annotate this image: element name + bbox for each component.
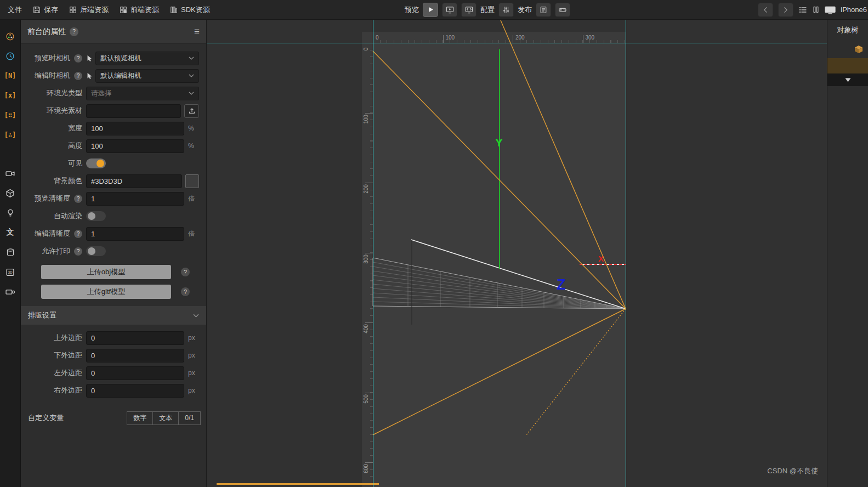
help-icon[interactable]: ? xyxy=(74,54,82,63)
light-button[interactable] xyxy=(0,203,21,223)
config-sliders-button[interactable] xyxy=(498,3,514,17)
cylinder-button[interactable] xyxy=(0,242,21,262)
field-label: 背景颜色 xyxy=(54,176,82,186)
guide-line-vertical-right[interactable] xyxy=(626,20,626,487)
scene-3d-button[interactable] xyxy=(0,183,21,203)
preview-clarity-input[interactable] xyxy=(86,192,184,206)
save-icon xyxy=(33,6,41,14)
field-margin-right: 右外边距 px xyxy=(21,382,206,399)
guide-line-vertical-left[interactable] xyxy=(373,20,373,487)
help-icon[interactable]: ? xyxy=(74,72,82,80)
menu-file[interactable]: 文件 xyxy=(2,0,27,20)
menu-file-label: 文件 xyxy=(8,5,22,15)
hamburger-menu-icon[interactable]: ≡ xyxy=(194,26,200,37)
back-button[interactable] xyxy=(758,3,773,17)
backend-assets-button[interactable]: 后端资源 xyxy=(64,0,114,20)
margin-bottom-input[interactable] xyxy=(86,349,184,363)
toggle-knob xyxy=(97,160,104,167)
upload-obj-button[interactable]: 上传obj模型 xyxy=(41,265,171,279)
backend-assets-icon xyxy=(69,6,77,14)
allow-print-toggle[interactable] xyxy=(86,246,106,256)
align-panel-icon[interactable] xyxy=(798,5,807,14)
asset-library-button[interactable] xyxy=(0,26,21,46)
add-text-var-button[interactable]: 文本 xyxy=(152,411,179,425)
help-icon[interactable]: ? xyxy=(70,27,78,36)
margin-top-input[interactable] xyxy=(86,331,184,345)
sdk-assets-label: SDK资源 xyxy=(181,5,210,15)
axis-y-label: Y xyxy=(495,136,503,149)
forward-button[interactable] xyxy=(778,3,793,17)
edit-clarity-input[interactable] xyxy=(86,227,184,241)
help-icon[interactable]: ? xyxy=(181,268,190,276)
help-icon[interactable]: ? xyxy=(74,195,82,203)
margin-right-input[interactable] xyxy=(86,384,184,398)
margin-left-input[interactable] xyxy=(86,366,184,380)
field-label: 右外边距 xyxy=(54,386,82,395)
unit-label: px xyxy=(188,352,199,359)
chevron-down-icon xyxy=(189,74,194,77)
frontend-assets-icon xyxy=(120,6,127,14)
number-variable-button[interactable]: [N] xyxy=(0,66,21,86)
preview-label[interactable]: 预览 xyxy=(405,5,419,15)
unit-label: px xyxy=(188,387,199,394)
screen-cast-icon[interactable] xyxy=(825,5,836,14)
pick-cursor-icon[interactable] xyxy=(86,72,93,80)
add-number-var-button[interactable]: 数字 xyxy=(127,411,153,425)
auto-render-toggle[interactable] xyxy=(86,211,106,221)
help-icon[interactable]: ? xyxy=(181,287,190,296)
unit-label: 倍 xyxy=(188,194,199,203)
upload-icon[interactable] xyxy=(184,104,199,118)
width-input[interactable] xyxy=(86,122,184,135)
text-3d-button[interactable]: 文 xyxy=(0,223,21,242)
ambient-type-select[interactable]: 请选择 xyxy=(86,87,199,100)
scene-3d-canvas[interactable]: Y X Z xyxy=(207,20,827,487)
text-variable-button[interactable]: [x] xyxy=(0,86,21,105)
object-tree-header: 对象树 xyxy=(827,20,868,41)
split-view-icon[interactable] xyxy=(812,5,820,14)
unit-label: % xyxy=(188,124,199,132)
upload-gltf-button[interactable]: 上传gltf模型 xyxy=(41,285,171,299)
help-icon[interactable]: ? xyxy=(74,230,82,238)
play-preview-button[interactable] xyxy=(423,3,438,17)
device-selector[interactable]: iPhone6 xyxy=(841,5,867,14)
edit-camera-select[interactable]: 默认编辑相机 xyxy=(95,69,199,83)
tree-expand-toggle[interactable] xyxy=(827,73,868,86)
history-button[interactable] xyxy=(0,46,21,66)
field-label: 允许打印 xyxy=(42,246,70,256)
frontend-assets-button[interactable]: 前端资源 xyxy=(114,0,164,20)
backend-assets-label: 后端资源 xyxy=(80,5,109,15)
color-wheel-icon xyxy=(5,32,15,41)
publish-label[interactable]: 发布 xyxy=(518,5,532,15)
gamepad-button[interactable] xyxy=(555,3,570,17)
height-input[interactable] xyxy=(86,139,184,153)
tree-item-selected[interactable] xyxy=(827,58,868,73)
ambient-texture-input[interactable] xyxy=(86,104,181,118)
axis-z-label: Z xyxy=(557,276,566,293)
color-swatch[interactable] xyxy=(185,174,199,188)
bg-color-input[interactable] xyxy=(86,174,182,188)
preview-camera-select[interactable]: 默认预览相机 xyxy=(95,52,199,65)
guide-line-horizontal[interactable] xyxy=(207,43,827,43)
media-button[interactable] xyxy=(0,282,21,302)
layout-section-header[interactable]: 排版设置 xyxy=(21,306,206,325)
preview-window-button[interactable] xyxy=(442,3,457,17)
array-button[interactable]: [∷] xyxy=(0,105,21,125)
field-margin-left: 左外边距 px xyxy=(21,364,206,382)
config-label[interactable]: 配置 xyxy=(480,5,495,15)
save-button[interactable]: 保存 xyxy=(27,0,64,20)
visible-toggle[interactable] xyxy=(86,158,106,168)
pick-cursor-icon[interactable] xyxy=(86,55,93,62)
cube-icon[interactable] xyxy=(854,45,863,54)
field-label: 可见 xyxy=(68,158,82,168)
camera-3d-button[interactable] xyxy=(0,163,21,183)
toggle-knob xyxy=(88,212,95,220)
publish-notes-button[interactable] xyxy=(536,3,551,17)
sdk-assets-button[interactable]: SDK资源 xyxy=(164,0,215,20)
toolbar-center-group: 预览 配置 发布 xyxy=(405,3,570,17)
model-3d-button[interactable]: 3D xyxy=(0,262,21,282)
object-collection-button[interactable]: [∴] xyxy=(0,125,21,145)
preview-code-button[interactable] xyxy=(461,3,476,17)
help-icon[interactable]: ? xyxy=(74,247,82,256)
viewport[interactable]: 0 100 200 300 0 100 200 300 400 500 xyxy=(207,20,827,487)
triangle-down-icon xyxy=(845,78,851,82)
